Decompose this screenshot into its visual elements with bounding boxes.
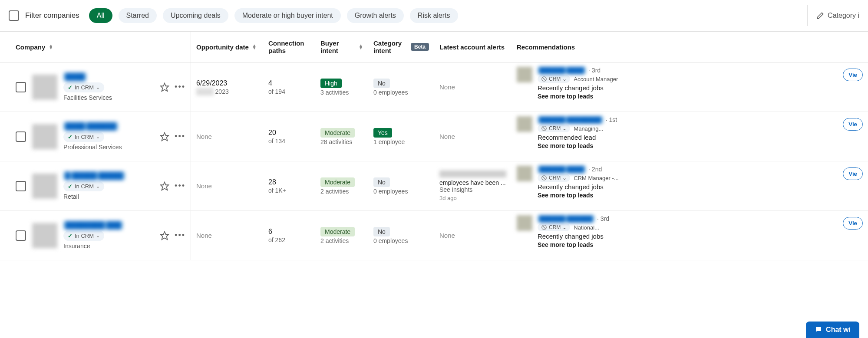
row-checkbox[interactable]: [16, 82, 26, 92]
company-industry: Professional Services: [63, 144, 154, 151]
company-name-link[interactable]: ████ ██████: [63, 122, 118, 130]
rec-body: ██████ ████████ · 1st CRM ⌄ Managing... …: [538, 116, 838, 149]
filter-pill-starred[interactable]: Starred: [119, 8, 157, 23]
column-company[interactable]: Company ▲▼: [0, 32, 191, 62]
lead-avatar[interactable]: [517, 215, 532, 231]
cell-category: No 0 employees: [368, 211, 434, 260]
company-logo[interactable]: [32, 223, 57, 248]
company-logo[interactable]: [32, 124, 57, 149]
column-alerts[interactable]: Latest account alerts: [434, 32, 512, 62]
cell-company: ████████ ███ ✓ In CRM ⌄ Insurance •••: [0, 211, 191, 260]
view-button[interactable]: Vie: [843, 167, 863, 180]
chevron-down-icon: ⌄: [96, 85, 100, 90]
select-all-checkbox[interactable]: [9, 10, 19, 21]
column-recommendations[interactable]: Recommendations: [512, 32, 868, 62]
buyer-intent-badge: Moderate: [320, 177, 355, 187]
filter-pill-all[interactable]: All: [89, 8, 112, 23]
conn-total: of 262: [268, 236, 310, 243]
row-checkbox[interactable]: [16, 230, 26, 241]
buyer-activities: 2 activities: [320, 188, 363, 195]
category-intent-badge: No: [373, 177, 390, 187]
filter-pill-growth[interactable]: Growth alerts: [347, 8, 404, 23]
view-button[interactable]: Vie: [843, 118, 863, 131]
svg-marker-6: [161, 182, 168, 190]
prohibit-icon: [541, 224, 547, 230]
chevron-down-icon: ⌄: [96, 233, 100, 239]
crm-chip-small[interactable]: CRM ⌄: [538, 223, 570, 231]
more-actions-icon[interactable]: •••: [175, 231, 185, 240]
crm-chip[interactable]: ✓ In CRM ⌄: [63, 132, 104, 142]
star-icon[interactable]: [160, 132, 169, 141]
rec-body: ██████ ██████ · 3rd CRM ⌄ National... Re…: [538, 215, 838, 248]
svg-line-11: [543, 226, 546, 229]
star-icon[interactable]: [160, 231, 169, 240]
column-buyer[interactable]: Buyer intent ▲▼: [315, 32, 368, 62]
table-row: ████ ██████ ✓ In CRM ⌄ Professional Serv…: [0, 112, 868, 161]
star-icon[interactable]: [160, 82, 169, 92]
company-logo[interactable]: [32, 75, 57, 100]
company-name-link[interactable]: ████████ ███: [63, 221, 123, 229]
category-edit-label: Category i: [828, 12, 859, 20]
more-actions-icon[interactable]: •••: [175, 132, 185, 141]
prohibit-icon: [541, 125, 547, 131]
company-info: ████████ ███ ✓ In CRM ⌄ Insurance: [63, 221, 154, 249]
company-name-link[interactable]: ████: [63, 73, 86, 81]
see-more-leads-link[interactable]: See more top leads: [538, 241, 838, 248]
lead-avatar[interactable]: [517, 166, 532, 181]
beta-badge: Beta: [411, 43, 429, 51]
crm-chip[interactable]: ✓ In CRM ⌄: [63, 231, 104, 241]
prohibit-icon: [541, 175, 547, 181]
crm-chip-small[interactable]: CRM ⌄: [538, 125, 570, 132]
column-category[interactable]: Category intent Beta: [368, 32, 434, 62]
star-icon[interactable]: [160, 181, 169, 191]
lead-name-link[interactable]: ██████ ████: [538, 166, 586, 173]
more-actions-icon[interactable]: •••: [175, 181, 185, 190]
cell-company: ████ ✓ In CRM ⌄ Facilities Services •••: [0, 62, 191, 112]
category-edit-action[interactable]: Category i: [807, 5, 859, 26]
cell-alerts: employees have been ... See insights 3d …: [434, 161, 512, 210]
category-intent-badge: Yes: [373, 128, 392, 138]
crm-chip-small[interactable]: CRM ⌄: [538, 75, 570, 83]
lead-name-link[interactable]: ██████ ████████: [538, 116, 603, 123]
crm-chip-small[interactable]: CRM ⌄: [538, 174, 570, 182]
row-actions: •••: [160, 132, 185, 141]
crm-chip[interactable]: ✓ In CRM ⌄: [63, 181, 104, 191]
cell-connection: 4 of 194: [263, 62, 315, 112]
cell-recommendation: ██████ ████ · 3rd CRM ⌄ Account Manager …: [512, 62, 868, 112]
opp-sub: ████ 2023: [196, 88, 258, 95]
cell-buyer: Moderate 2 activities: [315, 211, 368, 260]
filter-pill-risk[interactable]: Risk alerts: [410, 8, 458, 23]
cell-buyer: High 3 activities: [315, 62, 368, 112]
row-checkbox[interactable]: [16, 131, 26, 142]
view-button[interactable]: Vie: [843, 69, 863, 81]
see-more-leads-link[interactable]: See more top leads: [538, 192, 838, 199]
conn-total: of 1K+: [268, 187, 310, 194]
see-more-leads-link[interactable]: See more top leads: [538, 93, 838, 100]
conn-count: 20: [268, 129, 310, 137]
column-connection[interactable]: Connection paths: [263, 32, 315, 62]
see-more-leads-link[interactable]: See more top leads: [538, 142, 838, 149]
check-icon: ✓: [68, 134, 73, 140]
crm-chip[interactable]: ✓ In CRM ⌄: [63, 82, 104, 92]
opp-none: None: [196, 232, 258, 239]
rec-body: ██████ ████ · 3rd CRM ⌄ Account Manager …: [538, 67, 838, 100]
lead-avatar[interactable]: [517, 116, 532, 132]
lead-avatar[interactable]: [517, 67, 532, 82]
conn-total: of 194: [268, 88, 310, 95]
category-intent-badge: No: [373, 79, 390, 88]
view-button[interactable]: Vie: [843, 217, 863, 230]
lead-name-link[interactable]: ██████ ██████: [538, 215, 594, 222]
row-checkbox[interactable]: [16, 181, 26, 191]
more-actions-icon[interactable]: •••: [175, 82, 185, 92]
see-insights-link[interactable]: See insights: [439, 186, 472, 193]
column-opportunity[interactable]: Opportunity date ▲▼: [191, 32, 263, 62]
chevron-down-icon: ⌄: [562, 224, 567, 230]
filter-pill-intent[interactable]: Moderate or high buyer intent: [234, 8, 341, 23]
filter-label: Filter companies: [25, 11, 79, 20]
lead-name-link[interactable]: ██████ ████: [538, 67, 586, 74]
company-name-link[interactable]: █ █████ █████: [63, 172, 125, 180]
buyer-intent-badge: High: [320, 79, 342, 88]
company-logo[interactable]: [32, 174, 57, 199]
cell-connection: 6 of 262: [263, 211, 315, 260]
filter-pill-upcoming[interactable]: Upcoming deals: [163, 8, 228, 23]
